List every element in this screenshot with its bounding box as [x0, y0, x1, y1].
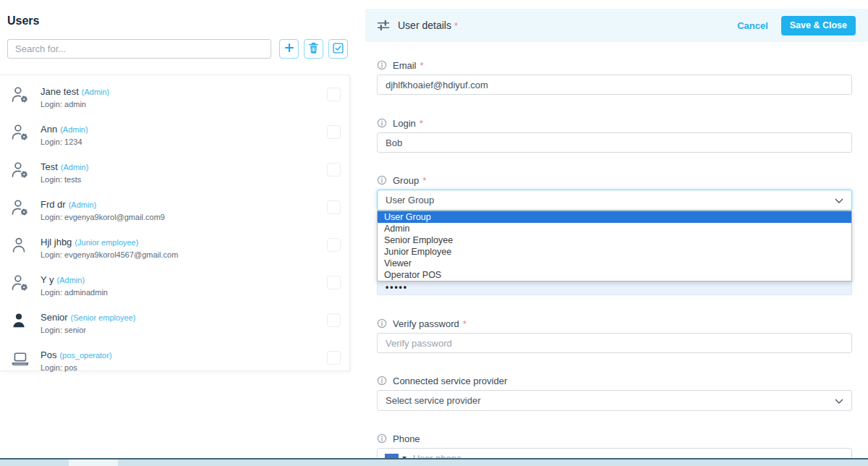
user-list-item[interactable]: Ann(Admin)Login: 1234 — [0, 119, 349, 157]
search-input[interactable] — [7, 39, 271, 59]
required-asterisk: * — [454, 20, 458, 31]
email-field[interactable] — [377, 75, 852, 95]
group-option[interactable]: Senior Employee — [378, 234, 851, 246]
trash-icon — [308, 42, 319, 56]
info-icon — [377, 318, 387, 329]
chevron-down-icon — [835, 395, 843, 406]
group-field-group: Group * User Group — [377, 174, 852, 211]
user-gear-icon — [10, 198, 30, 219]
login-label: Login — [393, 118, 416, 129]
user-checkbox[interactable] — [327, 238, 341, 252]
user-list-item[interactable]: Y y(Admin)Login: adminadmin — [0, 270, 349, 308]
user-checkbox[interactable] — [327, 88, 341, 101]
service-provider-label: Connected service provider — [393, 376, 507, 386]
password-field[interactable]: ••••• — [377, 280, 852, 295]
required-asterisk: * — [420, 60, 424, 71]
delete-user-button[interactable] — [304, 39, 323, 59]
user-list-item[interactable]: Test(Admin)Login: tests — [0, 157, 349, 195]
user-checkbox[interactable] — [327, 351, 341, 365]
user-login: Login: tests — [41, 175, 292, 184]
user-name: Ann — [41, 124, 57, 135]
user-name: Frd dr — [41, 199, 66, 210]
phone-label: Phone — [393, 433, 420, 444]
user-checkbox[interactable] — [327, 200, 341, 214]
sliders-icon — [377, 20, 390, 31]
save-close-button[interactable]: Save & Close — [781, 16, 856, 35]
scrollbar-track[interactable] — [0, 459, 868, 466]
verify-password-field[interactable] — [377, 333, 852, 353]
email-label: Email — [393, 60, 417, 71]
service-provider-field-group: Connected service provider Select servic… — [377, 375, 852, 411]
users-panel: Users Jane test(Admin)Login: adminAnn(Ad… — [0, 0, 365, 466]
group-select-value: User Group — [386, 195, 434, 206]
user-role: (Admin) — [82, 88, 110, 96]
verify-password-field-group: Verify password * — [377, 318, 852, 353]
group-option[interactable]: Junior Employee — [378, 246, 851, 258]
info-icon — [377, 118, 387, 128]
info-icon — [377, 175, 387, 185]
user-login: Login: evgenya9korol@gmail.com9 — [41, 213, 292, 221]
user-checkbox[interactable] — [327, 125, 341, 139]
user-list-item[interactable]: Pos(pos_operator)Login: pos — [0, 345, 349, 383]
user-role: (Junior employee) — [75, 238, 138, 247]
user-role: (Admin) — [57, 276, 85, 284]
user-details-header: User details * Cancel Save & Close — [365, 9, 868, 42]
email-field-group: Email * — [377, 59, 852, 95]
panel-title: User details — [398, 20, 451, 31]
info-icon — [377, 433, 387, 444]
user-checkbox[interactable] — [327, 313, 341, 327]
group-dropdown-list: User GroupAdminSenior EmployeeJunior Emp… — [377, 211, 852, 281]
required-asterisk: * — [422, 175, 426, 186]
user-login: Login: admin — [41, 100, 292, 109]
users-panel-title: Users — [7, 14, 39, 27]
info-icon — [377, 60, 387, 70]
service-provider-select[interactable]: Select service provider — [377, 390, 852, 411]
user-gear-icon — [10, 274, 30, 294]
required-asterisk: * — [420, 118, 423, 129]
user-list-item[interactable]: Jane test(Admin)Login: admin — [0, 82, 349, 119]
user-list-item[interactable]: Frd dr(Admin)Login: evgenya9korol@gmail.… — [0, 195, 349, 232]
user-name: Y y — [41, 274, 54, 285]
password-masked-value: ••••• — [386, 282, 408, 292]
user-checkbox[interactable] — [327, 163, 341, 177]
cancel-button[interactable]: Cancel — [737, 20, 768, 31]
checkbox-check-icon — [333, 43, 344, 56]
user-role: (pos_operator) — [59, 351, 111, 360]
group-option[interactable]: Operator POS — [378, 269, 851, 281]
user-list-item[interactable]: Hjl jhbg(Junior employee)Login: evgenya9… — [0, 232, 349, 270]
verify-password-label: Verify password — [393, 318, 459, 329]
user-gear-icon — [10, 123, 30, 143]
user-name: Test — [41, 161, 58, 172]
user-name: Hjl jhbg — [41, 237, 72, 247]
chevron-down-icon — [835, 195, 843, 206]
group-option[interactable]: User Group — [378, 211, 851, 223]
laptop-icon — [10, 349, 30, 369]
plus-icon — [284, 43, 294, 55]
group-label: Group — [393, 175, 419, 186]
user-name: Senior — [41, 312, 68, 323]
service-provider-value: Select service provider — [386, 395, 481, 406]
user-gear-icon — [10, 85, 30, 106]
user-login: Login: 1234 — [41, 137, 292, 146]
user-details-panel: User details * Cancel Save & Close Email… — [365, 0, 868, 466]
scrollbar-thumb[interactable] — [69, 459, 118, 466]
user-role: (Senior employee) — [71, 313, 136, 322]
user-role: (Admin) — [60, 125, 88, 134]
group-option[interactable]: Viewer — [378, 258, 851, 269]
required-asterisk: * — [463, 318, 467, 329]
login-field[interactable] — [377, 132, 852, 153]
user-list-item[interactable]: Senior(Senior employee)Login: senior — [0, 308, 349, 345]
user-login: Login: senior — [41, 326, 292, 334]
user-name: Pos — [41, 350, 56, 360]
user-login: Login: adminadmin — [41, 288, 292, 297]
select-all-button[interactable] — [328, 39, 348, 59]
group-option[interactable]: Admin — [378, 223, 851, 234]
group-select[interactable]: User Group — [377, 190, 852, 211]
user-gear-icon — [10, 161, 30, 181]
user-plain-icon — [10, 236, 30, 256]
add-user-button[interactable] — [279, 39, 299, 59]
user-checkbox[interactable] — [327, 276, 341, 289]
horizontal-scrollbar[interactable] — [0, 458, 868, 466]
info-icon — [377, 376, 387, 386]
user-filled-icon — [10, 311, 30, 331]
